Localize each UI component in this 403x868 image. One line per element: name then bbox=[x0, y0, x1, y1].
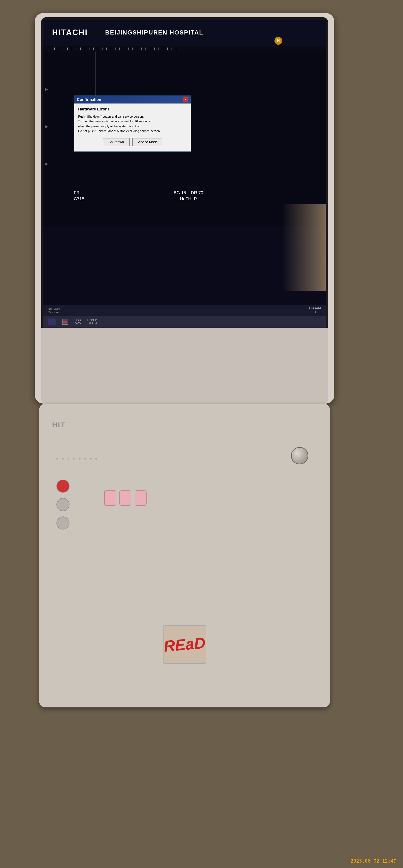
dialog-message-line3: when the power supply of the system is c… bbox=[78, 125, 141, 128]
ruler-tick bbox=[159, 48, 159, 50]
dialog-close-button[interactable]: × bbox=[183, 97, 188, 102]
ctrl-button-3[interactable] bbox=[56, 517, 69, 529]
ruler-tick bbox=[106, 48, 107, 50]
mode-label: HdTHI-P bbox=[174, 196, 203, 202]
arrow-up-icon: ▶ bbox=[45, 87, 48, 92]
dialog-error-title: Hardware Error ! bbox=[78, 107, 187, 112]
ruler-tick bbox=[172, 48, 172, 50]
bottom-toolbar: HDD DVD USBHD USB-M bbox=[44, 316, 326, 328]
fr-value: C715 bbox=[74, 196, 84, 202]
measure-text: Measure bbox=[48, 311, 62, 314]
h-indicator: H bbox=[275, 37, 282, 45]
screen-header: HITACHI BEIJINGSHIPUREN HOSPITAL H bbox=[44, 20, 326, 45]
ruler-tick bbox=[167, 48, 168, 50]
control-buttons-area bbox=[56, 479, 69, 529]
ruler-tick bbox=[93, 48, 94, 50]
ruler-tick bbox=[137, 47, 137, 51]
pink-button-2[interactable] bbox=[119, 490, 132, 506]
pink-buttons-area bbox=[104, 490, 147, 506]
console-area bbox=[41, 328, 328, 404]
ruler-tick bbox=[50, 48, 50, 50]
hospital-name: BEIJINGSHIPUREN HOSPITAL bbox=[105, 29, 203, 36]
ruler-tick bbox=[145, 48, 146, 50]
ruler-tick bbox=[85, 47, 85, 51]
ruler-tick bbox=[119, 48, 120, 50]
dr-label: DR:70 bbox=[191, 190, 203, 195]
ruler-tick bbox=[80, 48, 81, 50]
ruler-tick bbox=[89, 48, 89, 50]
ruler-tick bbox=[76, 48, 77, 50]
ruler-tick bbox=[59, 47, 59, 51]
screen-display: HITACHI BEIJINGSHIPUREN HOSPITAL H bbox=[44, 20, 326, 328]
ruler-tick bbox=[150, 47, 150, 51]
ruler-tick bbox=[154, 48, 154, 50]
confirmation-dialog: Confirmation × Hardware Error ! Push "Sh… bbox=[74, 95, 191, 152]
ruler-tick bbox=[67, 48, 68, 50]
pink-button-1[interactable] bbox=[104, 490, 116, 506]
bg-dr-label: BG:15 DR:70 bbox=[174, 190, 203, 196]
knobs-area bbox=[291, 447, 308, 464]
ruler-bar bbox=[44, 45, 326, 52]
bg-label: BG:15 bbox=[174, 190, 186, 195]
dialog-buttons: Shutdown Service Mode bbox=[78, 138, 187, 148]
status-bar: BodyMark Measure PresetA P65 bbox=[44, 305, 326, 316]
dialog-body: Hardware Error ! Push "Shutdown" button … bbox=[74, 103, 191, 152]
body-mark-label: BodyMark Measure bbox=[48, 307, 62, 314]
preset-label: PresetA bbox=[309, 306, 321, 310]
brand-logo: HITACHI bbox=[52, 28, 88, 37]
read-label-container: REaD bbox=[163, 625, 206, 664]
ruler-tick bbox=[98, 47, 98, 51]
arrow-down-icon: ▶ bbox=[45, 161, 48, 166]
hitachi-lower-label: HIT bbox=[52, 421, 66, 429]
ruler-tick bbox=[141, 48, 142, 50]
timestamp: 2023.06.02 12:49 bbox=[350, 858, 397, 864]
ruler-tick bbox=[46, 47, 46, 51]
ruler-tick bbox=[176, 47, 176, 51]
monitor-icon bbox=[48, 318, 56, 325]
ruler-tick bbox=[124, 47, 124, 51]
dialog-titlebar: Confirmation × bbox=[74, 96, 191, 103]
main-display-area: ▶ ▶ ▶ Confirmation × Hardware Error ! bbox=[44, 52, 326, 226]
dialog-message-line4: Do not push "Service Mode" button exclud… bbox=[78, 129, 161, 133]
ruler-tick bbox=[102, 48, 103, 50]
device-lower: HIT bbox=[39, 404, 330, 707]
ruler-tick bbox=[111, 47, 111, 51]
ruler-tick bbox=[63, 48, 63, 50]
ruler-tick bbox=[128, 48, 128, 50]
body-mark-text: BodyMark bbox=[48, 307, 62, 311]
shutdown-button[interactable]: Shutdown bbox=[103, 138, 129, 146]
left-arrows: ▶ ▶ ▶ bbox=[45, 87, 48, 166]
hdd-dvd-item: HDD DVD bbox=[75, 318, 81, 325]
dialog-message-line2: Turn on the main switch after you wait f… bbox=[78, 120, 150, 123]
main-knob[interactable] bbox=[291, 447, 308, 464]
preset-info: PresetA P65 bbox=[309, 306, 321, 314]
usbhd-item: USBHD USB-M bbox=[87, 318, 97, 325]
fr-label: FR: bbox=[74, 190, 84, 196]
screen-bezel: HITACHI BEIJINGSHIPUREN HOSPITAL H bbox=[41, 18, 328, 382]
dialog-title: Confirmation bbox=[77, 97, 101, 102]
ruler-tick bbox=[133, 48, 133, 50]
ruler-tick bbox=[163, 47, 163, 51]
hand-overlay bbox=[282, 204, 326, 291]
dialog-message-line1: Push "Shutdown" button and call service … bbox=[78, 115, 144, 118]
ruler-tick bbox=[115, 48, 116, 50]
ruler-tick bbox=[54, 48, 55, 50]
bg-dr-info: BG:15 DR:70 HdTHI-P bbox=[174, 190, 203, 202]
power-button[interactable] bbox=[56, 479, 69, 493]
camera-toolbar-item bbox=[62, 319, 68, 325]
service-mode-button[interactable]: Service Mode bbox=[132, 138, 162, 146]
fr-info: FR: C715 bbox=[74, 190, 84, 202]
ctrl-button-2[interactable] bbox=[56, 498, 69, 511]
dialog-message: Push "Shutdown" button and call service … bbox=[78, 114, 187, 134]
device-outer: HITACHI BEIJINGSHIPUREN HOSPITAL H bbox=[35, 13, 335, 404]
preset-sub: P65 bbox=[309, 310, 321, 314]
pink-button-3[interactable] bbox=[135, 490, 147, 506]
ruler-tick bbox=[71, 47, 72, 51]
read-text: REaD bbox=[163, 634, 206, 655]
photo-frame: HITACHI BEIJINGSHIPUREN HOSPITAL H bbox=[0, 0, 403, 868]
arrow-mid-icon: ▶ bbox=[45, 124, 48, 129]
